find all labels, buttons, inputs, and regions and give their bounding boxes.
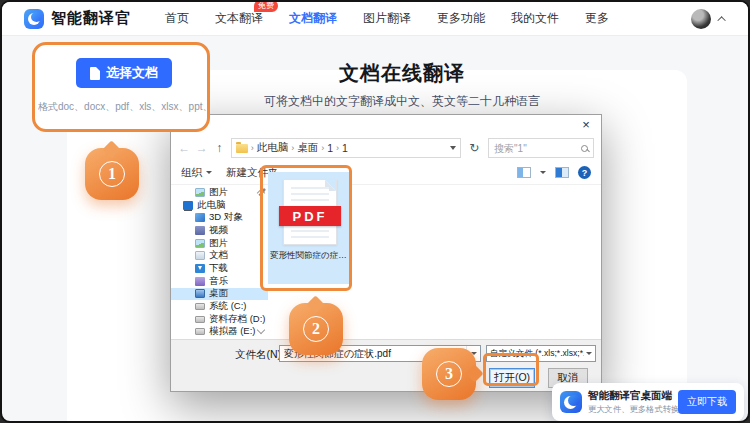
breadcrumb: › 此电脑 › 桌面 › 1 › 1 — [231, 138, 461, 158]
sidebar-item[interactable]: 模拟器 (E:) — [171, 326, 268, 339]
help-icon[interactable]: ? — [578, 166, 591, 179]
sidebar-item-icon — [195, 213, 205, 222]
desktop-app-subtitle: 更大文件、更多格式转换 — [588, 404, 672, 415]
change-view-icon[interactable] — [517, 167, 531, 178]
sidebar-item-label: 3D 对象 — [209, 211, 243, 224]
breadcrumb-chevron-down-icon[interactable] — [450, 146, 456, 150]
select-document-label: 选择文档 — [106, 64, 158, 82]
dialog-body: 图片 此电脑 3 — [171, 185, 601, 339]
download-now-button[interactable]: 立即下载 — [678, 390, 736, 414]
pdf-icon-lines — [291, 224, 329, 238]
nav-item-label: 我的文件 — [511, 11, 559, 25]
organize-label: 组织 — [181, 166, 202, 180]
step-2-annotation: 2 — [289, 303, 343, 355]
sidebar-item-label: 音乐 — [209, 275, 228, 288]
chevron-up-icon[interactable] — [717, 16, 725, 24]
nav-item[interactable]: 首页 — [165, 10, 189, 27]
breadcrumb-item[interactable]: 此电脑 — [257, 141, 289, 155]
sidebar-item-icon — [195, 328, 205, 335]
chevron-down-icon — [206, 171, 212, 174]
sidebar-item-icon — [195, 277, 205, 286]
breadcrumb-separator: › — [336, 143, 339, 153]
document-icon — [90, 67, 100, 80]
navbar-right — [691, 9, 726, 29]
desktop-app-text: 智能翻译官桌面端 更大文件、更多格式转换 — [588, 389, 672, 415]
breadcrumb-item[interactable]: 桌面 — [297, 141, 318, 155]
sidebar-item[interactable]: 视频 — [171, 224, 268, 237]
nav-item[interactable]: 更多 — [585, 10, 609, 27]
refresh-icon[interactable]: ↻ — [466, 141, 483, 155]
avatar[interactable] — [691, 9, 711, 29]
nav-item-label: 文本翻译 — [215, 11, 263, 25]
back-icon[interactable]: ← — [178, 141, 191, 155]
free-badge: 免费 — [254, 0, 278, 12]
sidebar-item-label: 视频 — [209, 224, 228, 237]
breadcrumb-separator: › — [291, 143, 294, 153]
open-button[interactable]: 打开(O) — [489, 368, 535, 388]
sidebar-item[interactable]: 此电脑 — [171, 199, 268, 212]
close-icon[interactable]: × — [571, 115, 601, 134]
sidebar-item[interactable]: 图片 — [171, 237, 268, 250]
nav-item[interactable]: 更多功能 — [437, 10, 485, 27]
sidebar-item-label: 图片 — [209, 186, 228, 199]
sidebar-item-icon — [195, 289, 205, 298]
view-chevron-down-icon[interactable] — [540, 171, 546, 174]
dialog-command-bar: 组织 新建文件夹 ? — [171, 161, 601, 185]
forward-icon[interactable]: → — [196, 141, 209, 155]
sidebar-item-label: 文档 — [209, 249, 228, 262]
navbar: 智能翻译官 首页 文本翻译 免费 文档翻译 图片翻译 — [2, 2, 748, 36]
sidebar-item[interactable]: 图片 — [171, 186, 268, 199]
search-bar — [488, 138, 594, 158]
brand-name[interactable]: 智能翻译官 — [51, 9, 131, 28]
breadcrumb-item[interactable]: 1 — [342, 142, 348, 154]
sidebar-item-label: 模拟器 (E:) — [209, 325, 255, 338]
sidebar-item-icon — [195, 239, 205, 248]
sidebar-item-icon — [195, 303, 205, 310]
filename-label: 文件名(N): — [235, 348, 284, 362]
sidebar-item[interactable]: 下载 — [171, 262, 268, 275]
pdf-badge: PDF — [279, 206, 341, 226]
select-document-button[interactable]: 选择文档 — [76, 58, 172, 88]
filetype-chevron-down-icon — [586, 352, 592, 355]
brand-logo-icon — [24, 9, 44, 29]
nav-item[interactable]: 我的文件 — [511, 10, 559, 27]
preview-pane-icon[interactable] — [555, 167, 569, 178]
sidebar-item-label: 系统 (C:) — [209, 300, 246, 313]
supported-formats-text: 格式doc、docx、pdf、xls、xlsx、ppt、 — [38, 100, 206, 114]
filetype-value: 自定义文件 (*.xls;*.xlsx;*.pdf;*. — [490, 348, 584, 360]
nav-item[interactable]: 文本翻译 免费 — [215, 10, 263, 27]
sidebar-item[interactable]: 系统 (C:) — [171, 300, 268, 313]
sidebar-item-icon — [195, 251, 205, 260]
page-subtitle: 可将文档中的文字翻译成中文、英文等二十几种语言 — [177, 93, 627, 110]
sidebar-item[interactable]: 音乐 — [171, 275, 268, 288]
file-open-dialog: × ← → ↑ › 此电脑 › 桌面 › 1 — [170, 114, 602, 392]
nav-item-label: 更多 — [585, 11, 609, 25]
step-3-number: 3 — [436, 361, 462, 387]
up-icon[interactable]: ↑ — [213, 141, 226, 155]
desktop-app-title: 智能翻译官桌面端 — [588, 389, 672, 403]
sidebar-item[interactable]: 3D 对象 — [171, 211, 268, 224]
app-logo-icon — [560, 391, 582, 413]
filetype-select[interactable]: 自定义文件 (*.xls;*.xlsx;*.pdf;*. — [486, 345, 596, 362]
search-input[interactable] — [494, 143, 581, 154]
sidebar-rows: 图片 此电脑 3 — [171, 186, 268, 339]
dialog-footer: 文件名(N): 自定义文件 (*.xls;*.xlsx;*.pdf;*. 打开(… — [171, 339, 601, 391]
sidebar-item[interactable]: 资料存档 (D:) — [171, 313, 268, 326]
breadcrumb-separator: › — [321, 143, 324, 153]
pdf-file-icon: PDF — [283, 179, 337, 245]
organize-menu[interactable]: 组织 — [181, 166, 212, 180]
breadcrumb-item[interactable]: 1 — [327, 142, 333, 154]
search-icon — [581, 145, 588, 152]
nav-item-label: 更多功能 — [437, 11, 485, 25]
nav-item[interactable]: 图片翻译 — [363, 10, 411, 27]
sidebar-item-label: 下载 — [209, 262, 228, 275]
sidebar-item-icon — [195, 316, 205, 323]
nav-item[interactable]: 文档翻译 — [289, 10, 337, 27]
nav-item-label: 图片翻译 — [363, 11, 411, 25]
sidebar-item-icon — [183, 201, 193, 210]
sidebar-item[interactable]: 文档 — [171, 249, 268, 262]
dialog-titlebar: × — [171, 115, 601, 135]
sidebar-item[interactable]: 桌面 — [171, 288, 268, 301]
pdf-file-item[interactable]: PDF 変形性関節症の症状.pdf — [268, 172, 352, 284]
sidebar-item-icon — [195, 264, 205, 273]
